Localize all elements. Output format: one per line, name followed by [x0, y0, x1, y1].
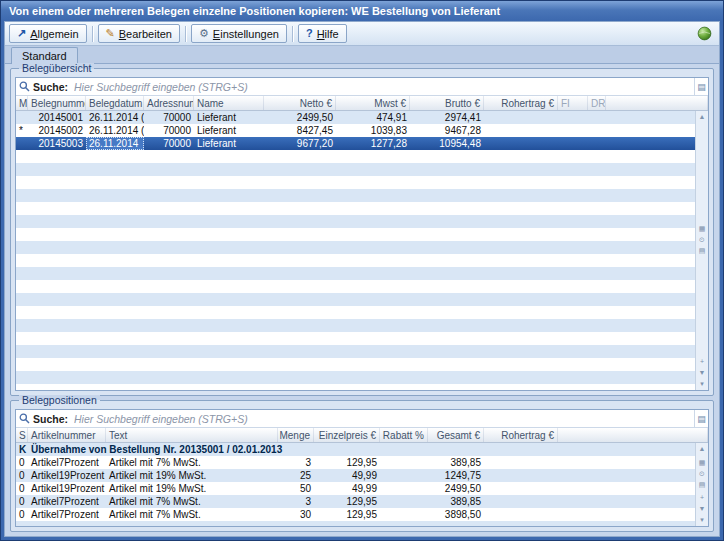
cell-menge: 3 [278, 495, 314, 508]
column-header-brutto[interactable]: Brutto € [410, 96, 484, 110]
column-header-einzelpreis[interactable]: Einzelpreis € [314, 428, 380, 442]
scroll-up-icon[interactable]: ▲ [697, 445, 708, 453]
toolbar-separator [292, 26, 293, 42]
cell-belegdatum: 26.11.2014 [86, 137, 144, 150]
cell-filler [558, 469, 695, 482]
cell-mwst: 1039,83 [336, 124, 410, 137]
column-header-netto[interactable]: Netto € [264, 96, 336, 110]
hilfe-button[interactable]: ? Hilfe [298, 24, 347, 43]
column-header-filler [606, 96, 708, 110]
strip-top: ▲ [697, 113, 708, 121]
positions-search-row: Suche: ▤ [16, 410, 708, 428]
magnifier-icon[interactable]: ⊙ [697, 236, 708, 244]
search-icon [19, 81, 30, 92]
cell-filler [627, 443, 695, 456]
beleg-row[interactable]: * 20145002 26.11.2014 (Mi 70000 Lieferan… [16, 124, 695, 137]
column-header-rohertrag[interactable]: Rohertrag € [484, 96, 558, 110]
column-chooser-icon[interactable]: ▤ [694, 78, 708, 95]
cell-rohertrag [484, 495, 558, 508]
scroll-up-icon[interactable]: ▲ [697, 113, 708, 121]
cell-gesamt: 3898,50 [428, 508, 484, 521]
panel-icon[interactable]: ▦ [697, 225, 708, 233]
beleg-row[interactable]: 20145003 26.11.2014 70000 Lieferant 9677… [16, 137, 695, 150]
cell-belegnummer: 20145001 [28, 111, 86, 124]
group-beleguebersicht-label: Belegübersicht [19, 63, 94, 74]
gear-icon: ⚙ [199, 28, 209, 39]
column-header-dr[interactable]: DR [588, 96, 606, 110]
bearbeiten-button[interactable]: ✎ Bearbeiten [98, 24, 180, 43]
cell-belegdatum: 26.11.2014 (Mi [86, 124, 144, 137]
cell-filler [606, 111, 695, 124]
column-header-belegnummer[interactable]: Belegnummer [28, 96, 86, 110]
cell-adressnummer: 70000 [144, 137, 194, 150]
allgemein-button[interactable]: ↗ Allgemein [9, 24, 87, 43]
scroll-down-icon[interactable]: ▼ [697, 505, 708, 513]
scroll-bottom-icon[interactable]: ▾ [697, 516, 708, 524]
plus-icon[interactable]: + [697, 494, 708, 502]
position-row[interactable]: K Übernahme von Bestellung Nr. 20135001 … [16, 443, 695, 456]
cell-belegdatum: 26.11.2014 (Mi [86, 111, 144, 124]
position-row[interactable]: 0 Artikel19Prozent Artikel mit 19% MwSt.… [16, 482, 695, 495]
cell-rohertrag [484, 469, 558, 482]
einstellungen-button[interactable]: ⚙ Einstellungen [191, 24, 287, 43]
cell-artikelnummer: Artikel7Prozent [28, 495, 106, 508]
column-header-adressnummer[interactable]: Adressnummer [144, 96, 194, 110]
cell-einzelpreis: 49,99 [314, 469, 380, 482]
overview-side-strip: ▲ ▦⊙▤ +▼▾ [695, 111, 708, 390]
column-header-rabatt[interactable]: Rabatt % [380, 428, 428, 442]
column-header-mwst[interactable]: Mwst € [336, 96, 410, 110]
column-header-rohertrag[interactable]: Rohertrag € [484, 428, 558, 442]
cell-dr [588, 111, 606, 124]
position-row[interactable]: 0 Artikel7Prozent Artikel mit 7% MwSt. 3… [16, 495, 695, 508]
cell-filler [558, 482, 695, 495]
position-row[interactable]: 0 Artikel19Prozent Artikel mit 19% MwSt.… [16, 469, 695, 482]
cell-artikelnummer: Artikel7Prozent [28, 508, 106, 521]
hilfe-label: Hilfe [317, 28, 339, 40]
cell-rabatt [380, 495, 428, 508]
column-header-gesamt[interactable]: Gesamt € [428, 428, 484, 442]
column-header-name[interactable]: Name [194, 96, 264, 110]
column-header-m[interactable]: M [16, 96, 28, 110]
beleg-row[interactable]: 20145001 26.11.2014 (Mi 70000 Lieferant … [16, 111, 695, 124]
panel-alt-icon[interactable]: ▤ [697, 481, 708, 489]
overview-search-input[interactable] [72, 79, 694, 94]
cell-brutto: 2974,41 [410, 111, 484, 124]
position-row[interactable]: 0 Artikel7Prozent Artikel mit 7% MwSt. 3… [16, 508, 695, 521]
panel-alt-icon[interactable]: ▤ [697, 247, 708, 255]
cell-rohertrag [484, 137, 558, 150]
column-header-fi[interactable]: FI [558, 96, 588, 110]
column-header-s[interactable]: S [16, 428, 28, 442]
column-chooser-icon[interactable]: ▤ [694, 410, 708, 427]
tab-standard-label: Standard [22, 50, 67, 62]
cell-filler [606, 124, 695, 137]
panel-icon[interactable]: ▦ [697, 459, 708, 467]
column-header-text[interactable]: Text [106, 428, 278, 442]
group-belegpositionen-label: Belegpositionen [19, 395, 100, 406]
cell-rabatt [449, 443, 497, 456]
scroll-down-icon[interactable]: ▼ [697, 369, 708, 377]
column-header-menge[interactable]: Menge [278, 428, 314, 442]
positions-header-row: S Artikelnummer Text Menge Einzelpreis €… [16, 428, 708, 443]
cell-adressnummer: 70000 [144, 124, 194, 137]
cell-artikelnummer: Artikel19Prozent [28, 469, 106, 482]
position-row[interactable]: 0 Artikel7Prozent Artikel mit 7% MwSt. 3… [16, 456, 695, 469]
main-area: Belegübersicht Suche: ▤ [5, 64, 719, 536]
search-label: Suche: [33, 413, 68, 425]
cell-artikelnummer: Artikel7Prozent [28, 456, 106, 469]
question-icon: ? [306, 28, 313, 39]
positions-search-input[interactable] [72, 411, 694, 426]
cell-marker: * [16, 124, 28, 137]
column-header-artikelnummer[interactable]: Artikelnummer [28, 428, 106, 442]
plus-icon[interactable]: + [697, 358, 708, 366]
cell-marker [16, 137, 28, 150]
cell-name: Lieferant [194, 137, 264, 150]
cell-artikelnummer: Übernahme von Bestellung Nr. 20135001 / … [28, 443, 347, 456]
scroll-bottom-icon[interactable]: ▾ [697, 380, 708, 388]
magnifier-icon[interactable]: ⊙ [697, 470, 708, 478]
globe-icon[interactable] [697, 26, 712, 41]
column-header-belegdatum[interactable]: Belegdatum [86, 96, 144, 110]
cell-rohertrag [484, 508, 558, 521]
cell-einzelpreis: 49,99 [314, 482, 380, 495]
cell-gesamt: 389,85 [428, 495, 484, 508]
application-window: Von einem oder mehreren Belegen einzelne… [0, 0, 724, 541]
